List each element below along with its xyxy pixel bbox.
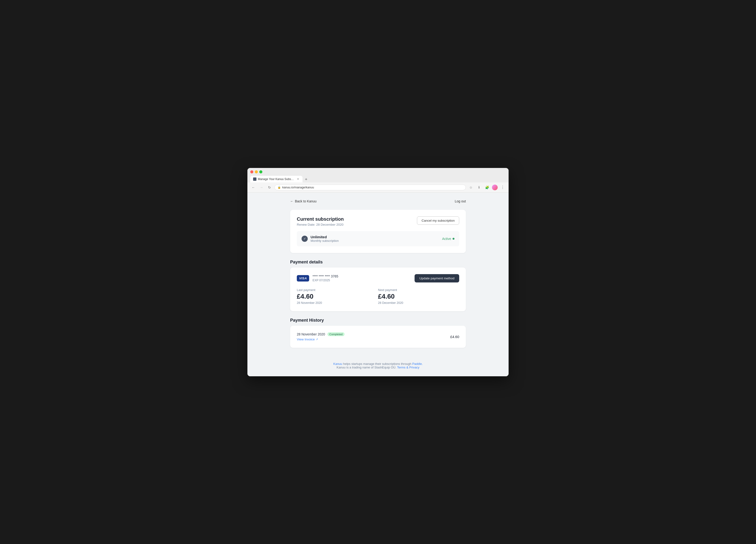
card-number: **** **** **** 3765 bbox=[312, 275, 338, 278]
active-dot-icon bbox=[453, 238, 454, 240]
paddle-footer-link[interactable]: Paddle. bbox=[412, 362, 423, 366]
external-link-icon: ↗ bbox=[316, 338, 318, 341]
back-link-label: Back to Kanuu bbox=[295, 199, 317, 203]
logout-link[interactable]: Log out bbox=[455, 199, 466, 203]
forward-button[interactable]: → bbox=[258, 184, 265, 190]
info-icon[interactable]: ℹ bbox=[476, 184, 482, 190]
table-row: 28 November 2020 Completed View Invoice … bbox=[297, 332, 459, 341]
subscription-card: Current subscription Renew Date: 28 Dece… bbox=[290, 210, 466, 253]
payment-card-header: VISA **** **** **** 3765 EXP 07/2025 Upd… bbox=[297, 274, 459, 283]
plan-left: ✓ Unlimited Monthly subscription bbox=[302, 235, 339, 242]
card-expiry: EXP 07/2025 bbox=[312, 279, 338, 282]
toolbar-actions: ☆ ℹ 🧩 ⋮ bbox=[468, 184, 506, 190]
kanuu-footer-link[interactable]: Kanuu bbox=[333, 362, 342, 366]
cancel-subscription-button[interactable]: Cancel my subscription bbox=[417, 216, 459, 225]
url-text: kanuu.io/manage/kanuu bbox=[282, 186, 314, 189]
last-payment-label: Last payment bbox=[297, 288, 378, 292]
next-payment-col: Next payment £4.60 28 December 2020 bbox=[378, 288, 459, 305]
subscription-info: Current subscription Renew Date: 28 Dece… bbox=[297, 216, 344, 226]
plan-row: ✓ Unlimited Monthly subscription Active bbox=[297, 231, 459, 246]
browser-chrome: Manage Your Kanuu Subscripti... ✕ + bbox=[247, 168, 509, 182]
view-invoice-link[interactable]: View Invoice ↗ bbox=[297, 338, 345, 341]
next-payment-label: Next payment bbox=[378, 288, 459, 292]
payment-history-section: Payment History 28 November 2020 Complet… bbox=[290, 318, 466, 348]
page-content: ← Back to Kanuu Log out Current subscrip… bbox=[247, 193, 509, 376]
plan-name: Unlimited bbox=[311, 235, 339, 239]
footer-text-middle: helps startups manage their subscription… bbox=[342, 362, 412, 366]
next-payment-date: 28 December 2020 bbox=[378, 301, 459, 305]
back-button[interactable]: ← bbox=[250, 184, 256, 190]
terms-privacy-link[interactable]: Terms & Privacy bbox=[397, 366, 419, 369]
page-header: ← Back to Kanuu Log out bbox=[247, 193, 509, 210]
maximize-traffic-light[interactable] bbox=[259, 170, 262, 173]
payment-details-section: Payment details VISA **** **** **** 3765… bbox=[290, 259, 466, 311]
next-payment-amount: £4.60 bbox=[378, 293, 459, 300]
footer-sub-text: Kanuu is a trading name of SlashEquip OÜ… bbox=[337, 366, 397, 369]
menu-icon[interactable]: ⋮ bbox=[500, 184, 506, 190]
address-bar[interactable]: 🔒 kanuu.io/manage/kanuu bbox=[274, 184, 466, 190]
active-badge: Active bbox=[442, 237, 454, 240]
traffic-lights bbox=[250, 170, 506, 176]
card-info: VISA **** **** **** 3765 EXP 07/2025 bbox=[297, 275, 338, 282]
payment-details-card: VISA **** **** **** 3765 EXP 07/2025 Upd… bbox=[290, 267, 466, 311]
tab-bar: Manage Your Kanuu Subscripti... ✕ + bbox=[250, 176, 506, 182]
update-payment-button[interactable]: Update payment method bbox=[415, 274, 459, 283]
tab-title: Manage Your Kanuu Subscripti... bbox=[258, 177, 295, 181]
back-to-kanuu-link[interactable]: ← Back to Kanuu bbox=[290, 199, 317, 203]
plan-details: Unlimited Monthly subscription bbox=[311, 235, 339, 242]
subscription-header: Current subscription Renew Date: 28 Dece… bbox=[297, 216, 459, 226]
tab-close-button[interactable]: ✕ bbox=[296, 177, 300, 181]
history-date: 28 November 2020 bbox=[297, 332, 325, 336]
tab-favicon bbox=[253, 177, 256, 181]
payment-history-card: 28 November 2020 Completed View Invoice … bbox=[290, 326, 466, 348]
visa-badge: VISA bbox=[297, 275, 309, 282]
last-payment-date: 28 November 2020 bbox=[297, 301, 378, 305]
history-left: 28 November 2020 Completed View Invoice … bbox=[297, 332, 345, 341]
star-icon[interactable]: ☆ bbox=[468, 184, 474, 190]
view-invoice-label: View Invoice bbox=[297, 338, 315, 341]
subscription-title: Current subscription bbox=[297, 216, 344, 222]
main-content: Current subscription Renew Date: 28 Dece… bbox=[247, 210, 509, 357]
profile-avatar[interactable] bbox=[492, 184, 498, 190]
browser-toolbar: ← → ↻ 🔒 kanuu.io/manage/kanuu ☆ ℹ 🧩 ⋮ bbox=[247, 182, 509, 193]
payment-history-title: Payment History bbox=[290, 318, 466, 323]
plan-type: Monthly subscription bbox=[311, 239, 339, 242]
footer-line-1: Kanuu helps startups manage their subscr… bbox=[247, 362, 509, 366]
lock-icon: 🔒 bbox=[278, 186, 281, 189]
active-tab[interactable]: Manage Your Kanuu Subscripti... ✕ bbox=[250, 176, 302, 182]
check-icon: ✓ bbox=[302, 236, 308, 242]
minimize-traffic-light[interactable] bbox=[255, 170, 258, 173]
last-payment-amount: £4.60 bbox=[297, 293, 378, 300]
completed-badge: Completed bbox=[327, 332, 345, 336]
payment-amounts: Last payment £4.60 28 November 2020 Next… bbox=[297, 288, 459, 305]
footer-line-2: Kanuu is a trading name of SlashEquip OÜ… bbox=[247, 366, 509, 369]
back-arrow-icon: ← bbox=[290, 199, 293, 203]
active-status-label: Active bbox=[442, 237, 451, 240]
history-date-line: 28 November 2020 Completed bbox=[297, 332, 345, 336]
page-footer: Kanuu helps startups manage their subscr… bbox=[247, 357, 509, 376]
payment-details-title: Payment details bbox=[290, 259, 466, 264]
history-amount: £4.60 bbox=[450, 335, 459, 339]
close-traffic-light[interactable] bbox=[250, 170, 253, 173]
extensions-icon[interactable]: 🧩 bbox=[484, 184, 490, 190]
card-number-info: **** **** **** 3765 EXP 07/2025 bbox=[312, 275, 338, 282]
last-payment-col: Last payment £4.60 28 November 2020 bbox=[297, 288, 378, 305]
reload-button[interactable]: ↻ bbox=[266, 184, 273, 190]
renew-date: Renew Date: 28 December 2020 bbox=[297, 223, 344, 226]
new-tab-button[interactable]: + bbox=[303, 176, 309, 182]
browser-window: Manage Your Kanuu Subscripti... ✕ + ← → … bbox=[247, 168, 509, 376]
